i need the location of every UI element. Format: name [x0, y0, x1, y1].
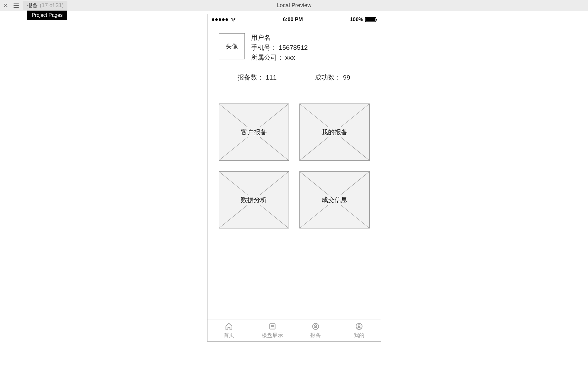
nav-label: 首页 — [224, 332, 234, 339]
tile-label: 数据分析 — [239, 195, 269, 205]
signal-dots-icon — [212, 18, 228, 21]
tile-data-analysis[interactable]: 数据分析 — [219, 171, 289, 228]
bottom-nav: 首页 楼盘展示 报备 我的 — [207, 320, 381, 341]
wifi-icon — [230, 17, 236, 22]
app-toolbar: ✕ 报备 (17 of 31) Local Preview — [0, 0, 588, 11]
battery-percent: 100% — [350, 16, 363, 23]
nav-label: 楼盘展示 — [262, 332, 283, 339]
preview-mode-label: Local Preview — [276, 2, 311, 9]
svg-point-0 — [233, 21, 233, 21]
profile-company-label: 所属公司： — [251, 54, 284, 61]
nav-label: 报备 — [310, 332, 321, 339]
project-pages-tooltip: Project Pages — [27, 11, 67, 20]
tile-label: 成交信息 — [320, 195, 349, 205]
stats-row: 报备数： 111 成功数： 99 — [219, 73, 370, 82]
phone-status-bar: 6:00 PM 100% — [207, 14, 381, 25]
nav-label: 我的 — [354, 332, 364, 339]
stat-success: 成功数： 99 — [315, 73, 350, 82]
tile-deal-info[interactable]: 成交信息 — [299, 171, 370, 228]
tile-customer-report[interactable]: 客户报备 — [219, 104, 289, 161]
svg-point-5 — [358, 325, 360, 327]
avatar-placeholder[interactable]: 头像 — [219, 33, 245, 59]
profile-phone-label: 手机号： — [251, 44, 277, 51]
close-icon: ✕ — [3, 2, 8, 9]
profile-section: 头像 用户名 手机号： 15678512 所属公司： xxx — [219, 33, 370, 63]
tab-counter: (17 of 31) — [40, 2, 64, 9]
user-icon — [355, 322, 363, 330]
tile-grid: 客户报备 我的报备 数据分析 成交信息 — [219, 104, 370, 228]
avatar-label: 头像 — [226, 42, 238, 51]
profile-company-value: xxx — [285, 54, 295, 61]
nav-home[interactable]: 首页 — [207, 320, 251, 341]
hamburger-icon — [13, 2, 19, 9]
stat-success-value: 99 — [343, 74, 350, 81]
project-pages-menu-button[interactable] — [12, 1, 21, 10]
profile-info: 用户名 手机号： 15678512 所属公司： xxx — [251, 33, 308, 63]
tab-title: 报备 — [27, 2, 38, 9]
tile-my-report[interactable]: 我的报备 — [299, 104, 370, 161]
profile-username: 用户名 — [251, 33, 308, 42]
tile-label: 我的报备 — [320, 127, 349, 137]
preview-canvas: 6:00 PM 100% 头像 用户名 手机号： 15678512 — [0, 11, 588, 387]
stat-report: 报备数： 111 — [238, 73, 276, 82]
svg-point-3 — [315, 325, 317, 327]
status-right: 100% — [350, 16, 376, 23]
profile-company-row: 所属公司： xxx — [251, 53, 308, 62]
tile-label: 客户报备 — [239, 127, 269, 137]
status-left — [212, 17, 236, 22]
nav-mine[interactable]: 我的 — [337, 320, 381, 341]
stat-success-label: 成功数： — [315, 74, 341, 81]
toolbar-left: ✕ 报备 (17 of 31) — [0, 1, 67, 10]
profile-phone-row: 手机号： 15678512 — [251, 43, 308, 52]
phone-body: 头像 用户名 手机号： 15678512 所属公司： xxx 报备数： — [207, 25, 381, 320]
phone-frame: 6:00 PM 100% 头像 用户名 手机号： 15678512 — [207, 14, 381, 342]
stat-report-label: 报备数： — [238, 74, 264, 81]
close-button[interactable]: ✕ — [2, 2, 9, 9]
battery-icon — [365, 17, 376, 22]
status-time: 6:00 PM — [283, 16, 303, 23]
stat-report-value: 111 — [266, 74, 276, 81]
list-icon — [268, 322, 276, 330]
nav-buildings[interactable]: 楼盘展示 — [251, 320, 294, 341]
user-icon — [312, 322, 320, 330]
home-icon — [225, 322, 233, 330]
page-tab[interactable]: 报备 (17 of 31) — [23, 1, 67, 10]
nav-report[interactable]: 报备 — [294, 320, 338, 341]
profile-phone-value: 15678512 — [279, 44, 308, 51]
